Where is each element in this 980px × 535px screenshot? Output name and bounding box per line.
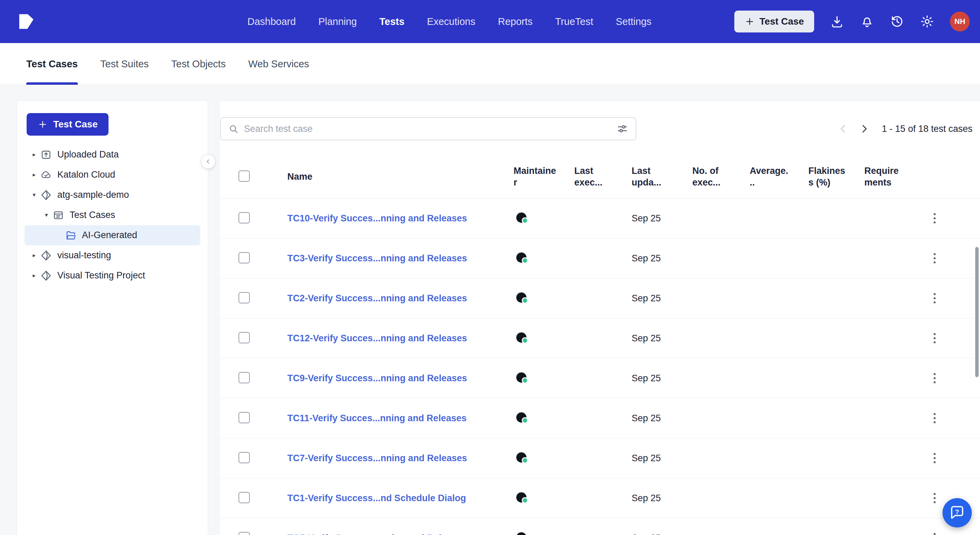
nav-item[interactable]: Reports [498, 11, 533, 32]
test-case-link[interactable]: TC7-Verify Success...nning and Releases [287, 453, 514, 463]
table-row: TC5-Verify Success...nning and Releases … [220, 518, 980, 535]
tab[interactable]: Test Suites [100, 43, 149, 85]
test-case-link[interactable]: TC11-Verify Succes...nning and Releases [287, 413, 514, 424]
row-actions-kebab[interactable] [921, 213, 948, 224]
tree-item[interactable]: ▸ Uploaded Data [25, 145, 200, 164]
row-actions-kebab[interactable] [921, 253, 948, 264]
column-header-flakiness: Flakiness (%) [808, 165, 864, 188]
last-updated-value: Sep 25 [632, 493, 692, 503]
table-header: Name Maintainer Last exec... Last upda..… [220, 155, 980, 198]
row-actions-kebab[interactable] [921, 453, 948, 463]
test-case-link[interactable]: TC3-Verify Success...nning and Releases [287, 253, 514, 264]
help-chat-button[interactable]: ? [942, 498, 972, 527]
tree-item[interactable]: ▸ visual-testing [25, 245, 200, 265]
tree-toggle-icon[interactable]: ▾ [40, 211, 52, 219]
last-updated-value: Sep 25 [632, 413, 692, 424]
vertical-scrollbar-thumb[interactable] [975, 247, 978, 377]
nav-item[interactable]: Planning [318, 11, 357, 32]
katalon-cloud-icon [40, 169, 52, 181]
test-case-link[interactable]: TC5-Verify Success...nning and Releases [287, 533, 514, 535]
nav-item[interactable]: Executions [427, 11, 475, 32]
content-area: Test Case ▸ Uploaded Data ▸ Katalon Clou… [0, 85, 980, 535]
tree-item[interactable]: ▾ atg-sample-demo [25, 185, 200, 205]
tree-item-label: visual-testing [57, 250, 111, 261]
tab[interactable]: Test Cases [26, 43, 78, 85]
new-test-case-button-sidebar[interactable]: Test Case [27, 113, 108, 136]
row-checkbox[interactable] [239, 532, 250, 535]
plus-icon [38, 119, 48, 129]
tree-toggle-icon[interactable]: ▸ [28, 252, 40, 259]
download-button[interactable] [830, 14, 844, 29]
row-checkbox[interactable] [239, 332, 250, 343]
navbar-right-controls: Test Case NH [734, 11, 970, 32]
test-case-link[interactable]: TC12-Verify Succes...nning and Releases [287, 333, 514, 344]
test-case-link[interactable]: TC9-Verify Success...nning and Releases [287, 373, 514, 384]
nav-item[interactable]: TrueTest [555, 11, 593, 32]
maintainer-avatar [516, 212, 527, 223]
tab[interactable]: Web Services [248, 43, 309, 85]
filter-button[interactable] [617, 123, 628, 134]
row-checkbox[interactable] [239, 252, 250, 264]
history-button[interactable] [890, 14, 904, 29]
maintainer-avatar [516, 412, 527, 423]
download-icon [830, 14, 844, 29]
tree-item[interactable]: ▸ Visual Testing Project [25, 265, 200, 286]
row-actions-kebab[interactable] [921, 373, 948, 383]
nav-item[interactable]: Settings [616, 11, 652, 32]
select-all-checkbox[interactable] [239, 171, 250, 182]
notifications-bell-icon [860, 14, 874, 29]
new-test-case-button-top[interactable]: Test Case [734, 11, 814, 32]
previous-page-button[interactable] [837, 122, 850, 135]
search-input[interactable] [244, 124, 611, 134]
last-updated-value: Sep 25 [632, 533, 692, 535]
row-checkbox[interactable] [239, 372, 250, 383]
column-header-maintainer: Maintainer [514, 165, 574, 188]
tree-item[interactable]: ▸ Katalon Cloud [25, 164, 200, 185]
chevron-right-icon [858, 122, 871, 135]
row-actions-kebab[interactable] [921, 293, 948, 303]
tree-item[interactable]: ▾ Test Cases [25, 205, 200, 225]
next-page-button[interactable] [858, 122, 871, 135]
tree-item[interactable]: AI-Generated [25, 225, 200, 245]
test-case-link[interactable]: TC2-Verify Success...nning and Releases [287, 293, 514, 304]
project-sidebar: Test Case ▸ Uploaded Data ▸ Katalon Clou… [17, 101, 208, 535]
row-checkbox[interactable] [239, 492, 250, 503]
row-checkbox[interactable] [239, 292, 250, 303]
column-header-last-executed: Last exec... [574, 165, 632, 188]
maintainer-avatar [516, 492, 527, 503]
tree-toggle-icon[interactable]: ▾ [28, 191, 40, 198]
tree-toggle-icon[interactable]: ▸ [28, 272, 40, 279]
row-actions-kebab[interactable] [921, 533, 948, 535]
nav-item[interactable]: Dashboard [247, 11, 296, 32]
table-row: TC7-Verify Success...nning and Releases … [220, 438, 980, 478]
row-checkbox[interactable] [239, 412, 250, 423]
tree-item-label: Test Cases [70, 210, 115, 220]
row-checkbox[interactable] [239, 452, 250, 463]
tab[interactable]: Test Objects [171, 43, 226, 85]
column-header-requirements: Requirements [864, 165, 921, 188]
table-row: TC3-Verify Success...nning and Releases … [220, 238, 980, 278]
user-avatar[interactable]: NH [950, 12, 970, 32]
row-actions-kebab[interactable] [921, 413, 948, 423]
uploaded-data-icon [40, 149, 52, 161]
tree-toggle-icon[interactable]: ▸ [28, 171, 40, 178]
katalon-logo-icon[interactable] [17, 12, 36, 31]
row-actions-kebab[interactable] [921, 493, 948, 503]
chat-bubble-icon: ? [949, 505, 965, 521]
test-cases-panel: 1 - 15 of 18 test cases Name Maintainer … [219, 101, 980, 535]
notifications-button[interactable] [860, 14, 874, 29]
sidebar-collapse-button[interactable] [201, 155, 215, 169]
row-actions-kebab[interactable] [921, 333, 948, 343]
main-nav: Dashboard Planning Tests Executions Repo… [247, 11, 651, 32]
nav-item[interactable]: Tests [379, 11, 405, 32]
tree-item-label: Visual Testing Project [57, 270, 145, 281]
project-icon [40, 250, 52, 261]
row-checkbox[interactable] [239, 212, 250, 224]
pagination-range-label: 1 - 15 of 18 test cases [882, 124, 972, 134]
table-body: TC10-Verify Succes...nning and Releases … [220, 198, 980, 535]
test-case-link[interactable]: TC1-Verify Success...nd Schedule Dialog [287, 493, 514, 503]
settings-button[interactable] [920, 14, 934, 29]
tree-toggle-icon[interactable]: ▸ [28, 151, 40, 158]
test-case-link[interactable]: TC10-Verify Succes...nning and Releases [287, 213, 514, 224]
project-icon [40, 189, 52, 201]
